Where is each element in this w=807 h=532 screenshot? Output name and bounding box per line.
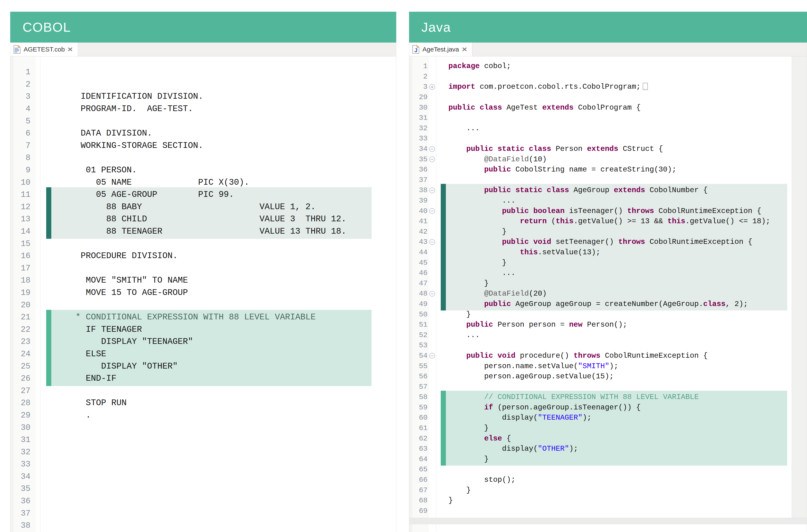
code-line[interactable]: IF TEENAGER (40, 325, 142, 334)
code-line[interactable]: this.setValue(13); (437, 248, 600, 256)
cobol-panel-header: COBOL (10, 12, 396, 42)
code-line[interactable]: person.name.setValue("SMITH"); (437, 362, 618, 370)
line-number: 14 (11, 227, 36, 236)
code-line-row: 14 88 TEENAGER VALUE 13 THRU 18. (11, 225, 396, 238)
fold-collapse-icon[interactable]: − (429, 291, 435, 297)
code-line-row: 53 (409, 340, 807, 351)
code-line[interactable]: @DataField(20) (437, 289, 547, 298)
code-line[interactable]: 88 TEENAGER VALUE 13 THRU 18. (40, 227, 346, 236)
code-line-row: 2 (11, 78, 396, 91)
code-line[interactable]: IDENTIFICATION DIVISION. (40, 92, 203, 101)
code-line[interactable]: ELSE (40, 349, 106, 359)
fold-collapse-icon[interactable]: − (429, 146, 435, 152)
java-editor[interactable]: 1package cobol;23+import com.proetcon.co… (409, 56, 807, 532)
code-line[interactable]: public CobolString name = createString(3… (437, 165, 676, 174)
tab-close-icon[interactable]: ✕ (462, 46, 467, 53)
code-line[interactable]: display("TEENAGER"); (437, 414, 591, 422)
code-line[interactable]: 88 BABY VALUE 1, 2. (40, 202, 315, 212)
code-line[interactable]: display("OTHER"); (437, 444, 578, 453)
code-line[interactable]: MOVE "SMITH" TO NAME (40, 276, 188, 285)
code-line[interactable]: PROGRAM-ID. AGE-TEST. (40, 104, 193, 114)
code-line[interactable]: ... (437, 124, 480, 133)
line-number: 7 (11, 141, 36, 150)
code-line[interactable]: DISPLAY "OTHER" (40, 362, 178, 371)
code-line[interactable]: ... (437, 331, 480, 339)
horizontal-scrollbar[interactable] (409, 518, 807, 524)
cobol-tabbar: AGETEST.cob ✕ (11, 42, 396, 56)
code-line[interactable]: WORKING-STORAGE SECTION. (40, 141, 203, 150)
fold-collapse-icon[interactable]: − (429, 208, 435, 214)
line-number: 33 (11, 460, 36, 469)
code-line[interactable]: import com.proetcon.cobol.rts.CobolProgr… (437, 82, 648, 91)
code-line[interactable]: } (437, 310, 471, 319)
code-line[interactable]: } (437, 227, 506, 236)
code-line[interactable]: public boolean isTeenager() throws Cobol… (437, 207, 761, 215)
code-line[interactable]: } (437, 259, 506, 267)
tab-close-icon[interactable]: ✕ (68, 46, 73, 53)
code-line-row: 24 ELSE (11, 348, 396, 360)
code-line[interactable]: package cobol; (437, 62, 511, 71)
fold-collapse-icon[interactable]: − (429, 156, 435, 162)
code-line[interactable]: } (437, 279, 488, 288)
code-line-row: 34− public static class Person extends C… (409, 144, 807, 154)
code-line[interactable]: } (437, 455, 488, 463)
fold-collapse-icon[interactable]: − (429, 353, 435, 359)
code-line[interactable]: stop(); (437, 476, 515, 484)
fold-collapse-icon[interactable]: − (429, 188, 435, 193)
code-line[interactable]: public Person person = new Person(); (437, 321, 627, 329)
code-line-row: 21 * CONDITIONAL EXPRESSION WITH 88 LEVE… (11, 311, 396, 323)
code-line[interactable]: * CONDITIONAL EXPRESSION WITH 88 LEVEL V… (40, 312, 315, 322)
code-line[interactable]: 05 AGE-GROUP PIC 99. (40, 190, 234, 200)
line-number: 17 (11, 264, 36, 273)
tab-filename: AgeTest.java (422, 46, 459, 53)
code-line[interactable]: 88 CHILD VALUE 3 THRU 12. (40, 214, 346, 224)
code-line[interactable]: END-IF (40, 374, 116, 383)
code-line-row: 68} (409, 495, 807, 506)
code-line[interactable]: public AgeGroup ageGroup = createNumber(… (437, 300, 748, 308)
code-line[interactable]: DISPLAY "TEENAGER" (40, 337, 193, 346)
vertical-scrollbar[interactable] (792, 56, 807, 518)
code-line[interactable]: 01 PERSON. (40, 165, 137, 175)
code-line-row: 62 else { (409, 433, 807, 444)
fold-collapse-icon[interactable]: − (429, 239, 435, 245)
fold-expand-icon[interactable]: + (429, 84, 435, 90)
code-line-row: 29 . (11, 409, 396, 421)
code-line[interactable]: } (437, 486, 471, 495)
line-number: 3 (11, 92, 36, 101)
code-line[interactable]: public void procedure() throws CobolRunt… (437, 352, 708, 360)
code-line[interactable]: } (437, 496, 453, 505)
code-line[interactable]: PROCEDURE DIVISION. (40, 251, 178, 261)
line-number: 30 (11, 423, 36, 432)
code-line[interactable]: ... (437, 196, 515, 205)
code-line[interactable]: // CONDITIONAL EXPRESSION WITH 88 LEVEL … (437, 393, 699, 401)
code-line[interactable]: @DataField(10) (437, 155, 547, 164)
code-line-row: 63 display("OTHER"); (409, 444, 807, 454)
folded-region-icon[interactable] (643, 83, 648, 90)
code-line[interactable]: 05 NAME PIC X(30). (40, 178, 249, 187)
code-line[interactable]: return (this.getValue() >= 13 && this.ge… (437, 217, 770, 226)
cobol-annotation-column (11, 56, 14, 532)
code-line[interactable]: public static class AgeGroup extends Cob… (437, 186, 708, 194)
code-line[interactable]: } (437, 424, 488, 432)
code-line[interactable]: DATA DIVISION. (40, 129, 152, 138)
code-line[interactable]: STOP RUN (40, 398, 127, 408)
code-line[interactable]: person.ageGroup.setValue(15); (437, 372, 614, 381)
cobol-panel: COBOL AGETEST.cob ✕ 123 I (10, 12, 396, 532)
cobol-editor[interactable]: 123 IDENTIFICATION DIVISION.4 PROGRAM-ID… (11, 56, 396, 532)
line-number: 20 (11, 301, 36, 310)
code-line[interactable]: public void setTeenager() throws CobolRu… (437, 238, 752, 246)
code-line-row: 54− public void procedure() throws Cobol… (409, 351, 807, 361)
code-line[interactable]: public class AgeTest extends CobolProgra… (437, 103, 640, 112)
code-line[interactable]: public static class Person extends CStru… (437, 145, 663, 153)
code-line[interactable]: else { (437, 434, 511, 443)
code-line[interactable]: ... (437, 269, 515, 277)
code-line-row: 38 (11, 519, 396, 532)
code-line-row: 30public class AgeTest extends CobolProg… (409, 102, 807, 113)
tab-agetest-cob[interactable]: AGETEST.cob ✕ (11, 42, 78, 56)
line-number: 31 (11, 435, 36, 444)
code-line[interactable]: MOVE 15 TO AGE-GROUP (40, 288, 188, 298)
line-number: 8 (11, 153, 36, 163)
code-line[interactable]: if (person.ageGroup.isTeenager()) { (437, 403, 640, 412)
code-line[interactable]: . (40, 411, 91, 420)
tab-agetest-java[interactable]: J AgeTest.java ✕ (409, 42, 472, 56)
